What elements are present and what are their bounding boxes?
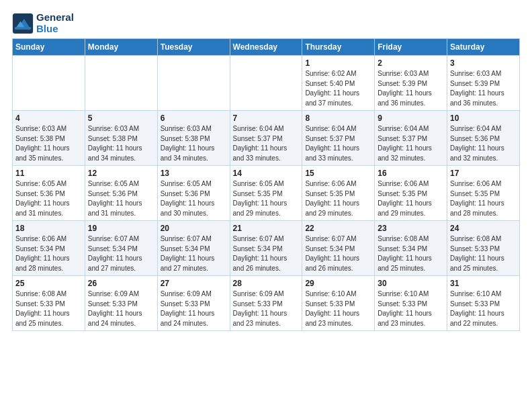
day-info: Sunrise: 6:08 AM Sunset: 5:33 PM Dayligh… [450,234,517,273]
calendar-cell: 12Sunrise: 6:05 AM Sunset: 5:36 PM Dayli… [85,166,157,221]
day-number: 17 [450,169,517,178]
calendar-cell [230,56,302,111]
day-info: Sunrise: 6:10 AM Sunset: 5:33 PM Dayligh… [450,289,517,328]
calendar-week-3: 11Sunrise: 6:05 AM Sunset: 5:36 PM Dayli… [13,166,520,221]
day-info: Sunrise: 6:07 AM Sunset: 5:34 PM Dayligh… [305,234,371,273]
calendar-cell: 23Sunrise: 6:08 AM Sunset: 5:34 PM Dayli… [375,221,447,276]
day-number: 27 [161,279,227,288]
calendar-header-tuesday: Tuesday [157,39,230,56]
calendar-cell: 3Sunrise: 6:03 AM Sunset: 5:39 PM Daylig… [447,56,520,111]
day-number: 11 [15,169,82,178]
calendar-cell: 22Sunrise: 6:07 AM Sunset: 5:34 PM Dayli… [302,221,375,276]
calendar-header-friday: Friday [375,39,447,56]
day-info: Sunrise: 6:06 AM Sunset: 5:35 PM Dayligh… [378,179,444,218]
logo-icon [12,13,34,34]
calendar-cell: 13Sunrise: 6:05 AM Sunset: 5:36 PM Dayli… [157,166,230,221]
calendar-cell [85,56,157,111]
day-info: Sunrise: 6:04 AM Sunset: 5:37 PM Dayligh… [305,124,371,163]
day-info: Sunrise: 6:04 AM Sunset: 5:37 PM Dayligh… [378,124,444,163]
calendar-cell: 16Sunrise: 6:06 AM Sunset: 5:35 PM Dayli… [375,166,447,221]
day-number: 3 [450,58,517,68]
day-number: 28 [233,279,300,288]
day-info: Sunrise: 6:05 AM Sunset: 5:36 PM Dayligh… [88,179,154,218]
day-info: Sunrise: 6:09 AM Sunset: 5:33 PM Dayligh… [233,289,300,328]
day-info: Sunrise: 6:02 AM Sunset: 5:40 PM Dayligh… [305,69,371,108]
calendar-cell: 25Sunrise: 6:08 AM Sunset: 5:33 PM Dayli… [13,276,85,331]
calendar-week-2: 4Sunrise: 6:03 AM Sunset: 5:38 PM Daylig… [13,111,520,166]
page: General Blue SundayMondayTuesdayWednesda… [0,0,532,338]
day-number: 9 [378,113,444,123]
day-info: Sunrise: 6:07 AM Sunset: 5:34 PM Dayligh… [233,234,300,273]
calendar-cell: 24Sunrise: 6:08 AM Sunset: 5:33 PM Dayli… [447,221,520,276]
day-number: 16 [378,169,444,178]
day-number: 10 [450,113,517,123]
day-info: Sunrise: 6:06 AM Sunset: 5:35 PM Dayligh… [305,179,371,218]
day-info: Sunrise: 6:03 AM Sunset: 5:38 PM Dayligh… [88,124,154,163]
calendar-cell: 28Sunrise: 6:09 AM Sunset: 5:33 PM Dayli… [230,276,302,331]
header: General Blue [12,12,520,34]
calendar-cell: 30Sunrise: 6:10 AM Sunset: 5:33 PM Dayli… [375,276,447,331]
day-info: Sunrise: 6:09 AM Sunset: 5:33 PM Dayligh… [88,289,154,328]
logo: General Blue [12,12,74,34]
calendar-cell: 27Sunrise: 6:09 AM Sunset: 5:33 PM Dayli… [157,276,230,331]
day-number: 19 [88,224,154,233]
day-number: 20 [161,224,227,233]
calendar-cell: 2Sunrise: 6:03 AM Sunset: 5:39 PM Daylig… [375,56,447,111]
calendar-header-thursday: Thursday [302,39,375,56]
logo-text: General Blue [36,12,74,34]
day-info: Sunrise: 6:06 AM Sunset: 5:34 PM Dayligh… [15,234,82,273]
calendar-cell: 19Sunrise: 6:07 AM Sunset: 5:34 PM Dayli… [85,221,157,276]
calendar-header-sunday: Sunday [13,39,85,56]
calendar-cell: 4Sunrise: 6:03 AM Sunset: 5:38 PM Daylig… [13,111,85,166]
day-number: 26 [88,279,154,288]
calendar-week-4: 18Sunrise: 6:06 AM Sunset: 5:34 PM Dayli… [13,221,520,276]
calendar-cell: 11Sunrise: 6:05 AM Sunset: 5:36 PM Dayli… [13,166,85,221]
day-info: Sunrise: 6:10 AM Sunset: 5:33 PM Dayligh… [378,289,444,328]
day-info: Sunrise: 6:03 AM Sunset: 5:38 PM Dayligh… [15,124,82,163]
day-info: Sunrise: 6:05 AM Sunset: 5:35 PM Dayligh… [233,179,300,218]
calendar-header-row: SundayMondayTuesdayWednesdayThursdayFrid… [13,39,520,56]
calendar-cell: 26Sunrise: 6:09 AM Sunset: 5:33 PM Dayli… [85,276,157,331]
calendar-cell [157,56,230,111]
day-info: Sunrise: 6:03 AM Sunset: 5:39 PM Dayligh… [450,69,517,108]
calendar-cell: 9Sunrise: 6:04 AM Sunset: 5:37 PM Daylig… [375,111,447,166]
calendar-cell: 20Sunrise: 6:07 AM Sunset: 5:34 PM Dayli… [157,221,230,276]
day-number: 12 [88,169,154,178]
day-number: 15 [305,169,371,178]
day-number: 7 [233,113,300,123]
day-info: Sunrise: 6:09 AM Sunset: 5:33 PM Dayligh… [161,289,227,328]
calendar-cell: 17Sunrise: 6:06 AM Sunset: 5:35 PM Dayli… [447,166,520,221]
day-info: Sunrise: 6:03 AM Sunset: 5:39 PM Dayligh… [378,69,444,108]
calendar-cell: 7Sunrise: 6:04 AM Sunset: 5:37 PM Daylig… [230,111,302,166]
calendar-cell: 14Sunrise: 6:05 AM Sunset: 5:35 PM Dayli… [230,166,302,221]
day-number: 21 [233,224,300,233]
day-number: 25 [15,279,82,288]
day-number: 6 [161,113,227,123]
day-info: Sunrise: 6:03 AM Sunset: 5:38 PM Dayligh… [161,124,227,163]
day-number: 13 [161,169,227,178]
day-info: Sunrise: 6:07 AM Sunset: 5:34 PM Dayligh… [88,234,154,273]
calendar-cell [13,56,85,111]
calendar-cell: 6Sunrise: 6:03 AM Sunset: 5:38 PM Daylig… [157,111,230,166]
day-number: 5 [88,113,154,123]
calendar-header-wednesday: Wednesday [230,39,302,56]
day-info: Sunrise: 6:04 AM Sunset: 5:37 PM Dayligh… [233,124,300,163]
day-info: Sunrise: 6:06 AM Sunset: 5:35 PM Dayligh… [450,179,517,218]
calendar-header-saturday: Saturday [447,39,520,56]
day-info: Sunrise: 6:05 AM Sunset: 5:36 PM Dayligh… [161,179,227,218]
day-number: 18 [15,224,82,233]
day-number: 8 [305,113,371,123]
calendar-week-5: 25Sunrise: 6:08 AM Sunset: 5:33 PM Dayli… [13,276,520,331]
day-number: 22 [305,224,371,233]
day-number: 14 [233,169,300,178]
day-number: 30 [378,279,444,288]
day-number: 29 [305,279,371,288]
calendar-week-1: 1Sunrise: 6:02 AM Sunset: 5:40 PM Daylig… [13,56,520,111]
day-info: Sunrise: 6:07 AM Sunset: 5:34 PM Dayligh… [161,234,227,273]
day-info: Sunrise: 6:08 AM Sunset: 5:34 PM Dayligh… [378,234,444,273]
day-number: 1 [305,58,371,68]
day-number: 24 [450,224,517,233]
day-info: Sunrise: 6:04 AM Sunset: 5:36 PM Dayligh… [450,124,517,163]
calendar-header-monday: Monday [85,39,157,56]
calendar-cell: 31Sunrise: 6:10 AM Sunset: 5:33 PM Dayli… [447,276,520,331]
